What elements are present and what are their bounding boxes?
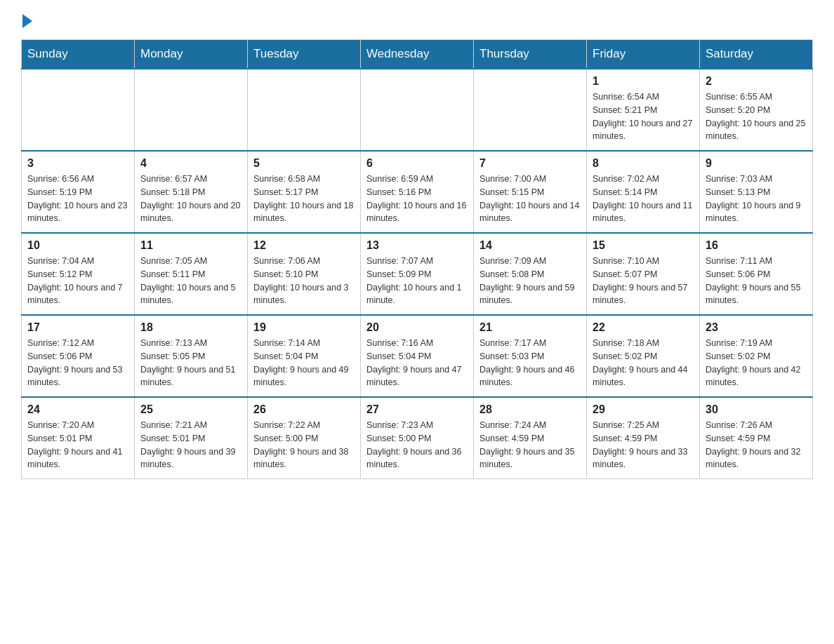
calendar-cell: 7Sunrise: 7:00 AM Sunset: 5:15 PM Daylig… <box>474 151 587 233</box>
calendar-cell: 4Sunrise: 6:57 AM Sunset: 5:18 PM Daylig… <box>135 151 248 233</box>
day-info: Sunrise: 6:54 AM Sunset: 5:21 PM Dayligh… <box>593 90 694 143</box>
day-number: 6 <box>366 157 468 170</box>
calendar-cell: 24Sunrise: 7:20 AM Sunset: 5:01 PM Dayli… <box>22 397 135 479</box>
day-info: Sunrise: 7:04 AM Sunset: 5:12 PM Dayligh… <box>27 255 128 307</box>
calendar-cell: 11Sunrise: 7:05 AM Sunset: 5:11 PM Dayli… <box>135 233 248 315</box>
calendar-cell: 15Sunrise: 7:10 AM Sunset: 5:07 PM Dayli… <box>587 233 700 315</box>
day-number: 8 <box>593 157 694 170</box>
day-info: Sunrise: 7:05 AM Sunset: 5:11 PM Dayligh… <box>140 255 241 307</box>
day-number: 18 <box>140 321 241 334</box>
week-row-1: 1Sunrise: 6:54 AM Sunset: 5:21 PM Daylig… <box>22 69 813 151</box>
calendar-cell: 13Sunrise: 7:07 AM Sunset: 5:09 PM Dayli… <box>361 233 474 315</box>
day-info: Sunrise: 7:14 AM Sunset: 5:04 PM Dayligh… <box>253 337 355 389</box>
calendar-cell: 18Sunrise: 7:13 AM Sunset: 5:05 PM Dayli… <box>135 315 248 397</box>
calendar-cell: 12Sunrise: 7:06 AM Sunset: 5:10 PM Dayli… <box>248 233 361 315</box>
calendar-cell <box>135 69 248 151</box>
calendar-cell: 8Sunrise: 7:02 AM Sunset: 5:14 PM Daylig… <box>587 151 700 233</box>
col-header-thursday: Thursday <box>474 40 587 69</box>
day-info: Sunrise: 7:09 AM Sunset: 5:08 PM Dayligh… <box>479 255 581 307</box>
day-info: Sunrise: 7:13 AM Sunset: 5:05 PM Dayligh… <box>140 337 241 389</box>
col-header-saturday: Saturday <box>700 40 813 69</box>
day-info: Sunrise: 6:55 AM Sunset: 5:20 PM Dayligh… <box>706 90 807 143</box>
calendar-cell: 27Sunrise: 7:23 AM Sunset: 5:00 PM Dayli… <box>361 397 474 479</box>
day-info: Sunrise: 7:11 AM Sunset: 5:06 PM Dayligh… <box>706 255 807 307</box>
day-number: 22 <box>593 321 694 334</box>
calendar-cell <box>474 69 587 151</box>
calendar-cell: 6Sunrise: 6:59 AM Sunset: 5:16 PM Daylig… <box>361 151 474 233</box>
day-number: 5 <box>253 157 355 170</box>
logo-arrow-icon <box>22 14 32 28</box>
day-info: Sunrise: 7:21 AM Sunset: 5:01 PM Dayligh… <box>140 419 241 471</box>
day-info: Sunrise: 7:19 AM Sunset: 5:02 PM Dayligh… <box>706 337 807 389</box>
calendar-header-row: SundayMondayTuesdayWednesdayThursdayFrid… <box>22 40 813 69</box>
day-info: Sunrise: 7:02 AM Sunset: 5:14 PM Dayligh… <box>593 173 694 225</box>
day-number: 13 <box>366 239 468 252</box>
calendar-cell: 30Sunrise: 7:26 AM Sunset: 4:59 PM Dayli… <box>700 397 813 479</box>
day-info: Sunrise: 7:16 AM Sunset: 5:04 PM Dayligh… <box>366 337 468 389</box>
day-info: Sunrise: 7:23 AM Sunset: 5:00 PM Dayligh… <box>366 419 468 471</box>
day-number: 26 <box>253 403 355 416</box>
calendar-cell: 1Sunrise: 6:54 AM Sunset: 5:21 PM Daylig… <box>587 69 700 151</box>
day-number: 28 <box>479 403 581 416</box>
day-number: 1 <box>593 75 694 88</box>
day-info: Sunrise: 7:07 AM Sunset: 5:09 PM Dayligh… <box>366 255 468 307</box>
logo-text <box>21 14 34 28</box>
calendar-cell: 25Sunrise: 7:21 AM Sunset: 5:01 PM Dayli… <box>135 397 248 479</box>
calendar-cell: 9Sunrise: 7:03 AM Sunset: 5:13 PM Daylig… <box>700 151 813 233</box>
day-info: Sunrise: 7:12 AM Sunset: 5:06 PM Dayligh… <box>27 337 128 389</box>
calendar-cell: 28Sunrise: 7:24 AM Sunset: 4:59 PM Dayli… <box>474 397 587 479</box>
calendar-cell <box>361 69 474 151</box>
calendar-cell: 10Sunrise: 7:04 AM Sunset: 5:12 PM Dayli… <box>22 233 135 315</box>
day-info: Sunrise: 6:57 AM Sunset: 5:18 PM Dayligh… <box>140 173 241 225</box>
day-number: 12 <box>253 239 355 252</box>
day-number: 14 <box>479 239 581 252</box>
day-info: Sunrise: 7:26 AM Sunset: 4:59 PM Dayligh… <box>706 419 807 471</box>
day-number: 27 <box>366 403 468 416</box>
day-info: Sunrise: 7:18 AM Sunset: 5:02 PM Dayligh… <box>593 337 694 389</box>
calendar-cell: 22Sunrise: 7:18 AM Sunset: 5:02 PM Dayli… <box>587 315 700 397</box>
day-number: 4 <box>140 157 241 170</box>
col-header-sunday: Sunday <box>22 40 135 69</box>
col-header-friday: Friday <box>587 40 700 69</box>
day-info: Sunrise: 7:22 AM Sunset: 5:00 PM Dayligh… <box>253 419 355 471</box>
day-number: 11 <box>140 239 241 252</box>
week-row-5: 24Sunrise: 7:20 AM Sunset: 5:01 PM Dayli… <box>22 397 813 479</box>
calendar-cell <box>248 69 361 151</box>
calendar-cell: 29Sunrise: 7:25 AM Sunset: 4:59 PM Dayli… <box>587 397 700 479</box>
calendar-cell: 20Sunrise: 7:16 AM Sunset: 5:04 PM Dayli… <box>361 315 474 397</box>
day-number: 29 <box>593 403 694 416</box>
calendar-cell: 19Sunrise: 7:14 AM Sunset: 5:04 PM Dayli… <box>248 315 361 397</box>
day-info: Sunrise: 6:59 AM Sunset: 5:16 PM Dayligh… <box>366 173 468 225</box>
day-number: 9 <box>706 157 807 170</box>
day-info: Sunrise: 7:20 AM Sunset: 5:01 PM Dayligh… <box>27 419 128 471</box>
calendar-cell: 21Sunrise: 7:17 AM Sunset: 5:03 PM Dayli… <box>474 315 587 397</box>
day-info: Sunrise: 7:06 AM Sunset: 5:10 PM Dayligh… <box>253 255 355 307</box>
day-info: Sunrise: 6:58 AM Sunset: 5:17 PM Dayligh… <box>253 173 355 225</box>
calendar-table: SundayMondayTuesdayWednesdayThursdayFrid… <box>21 39 813 479</box>
day-number: 17 <box>27 321 128 334</box>
week-row-3: 10Sunrise: 7:04 AM Sunset: 5:12 PM Dayli… <box>22 233 813 315</box>
day-info: Sunrise: 7:24 AM Sunset: 4:59 PM Dayligh… <box>479 419 581 471</box>
day-info: Sunrise: 7:10 AM Sunset: 5:07 PM Dayligh… <box>593 255 694 307</box>
week-row-4: 17Sunrise: 7:12 AM Sunset: 5:06 PM Dayli… <box>22 315 813 397</box>
day-number: 20 <box>366 321 468 334</box>
col-header-tuesday: Tuesday <box>248 40 361 69</box>
day-number: 16 <box>706 239 807 252</box>
calendar-cell: 17Sunrise: 7:12 AM Sunset: 5:06 PM Dayli… <box>22 315 135 397</box>
calendar-cell <box>22 69 135 151</box>
day-number: 30 <box>706 403 807 416</box>
day-info: Sunrise: 7:17 AM Sunset: 5:03 PM Dayligh… <box>479 337 581 389</box>
calendar-cell: 3Sunrise: 6:56 AM Sunset: 5:19 PM Daylig… <box>22 151 135 233</box>
logo <box>21 14 34 25</box>
col-header-wednesday: Wednesday <box>361 40 474 69</box>
calendar-cell: 5Sunrise: 6:58 AM Sunset: 5:17 PM Daylig… <box>248 151 361 233</box>
day-info: Sunrise: 7:00 AM Sunset: 5:15 PM Dayligh… <box>479 173 581 225</box>
day-info: Sunrise: 7:25 AM Sunset: 4:59 PM Dayligh… <box>593 419 694 471</box>
day-number: 25 <box>140 403 241 416</box>
day-number: 15 <box>593 239 694 252</box>
day-number: 21 <box>479 321 581 334</box>
day-number: 2 <box>706 75 807 88</box>
day-info: Sunrise: 7:03 AM Sunset: 5:13 PM Dayligh… <box>706 173 807 225</box>
calendar-cell: 16Sunrise: 7:11 AM Sunset: 5:06 PM Dayli… <box>700 233 813 315</box>
day-number: 19 <box>253 321 355 334</box>
